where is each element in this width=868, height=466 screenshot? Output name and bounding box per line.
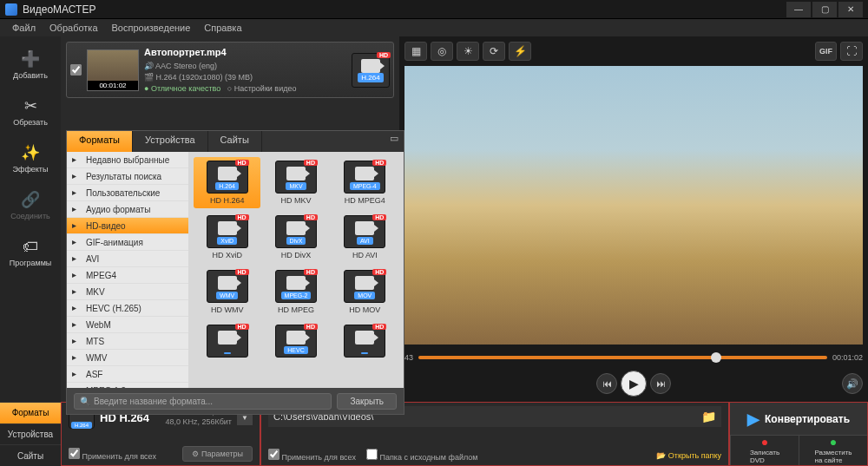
add-button[interactable]: ➕Добавить [4,43,56,85]
format-item[interactable]: HDAVIHD AVI [332,212,398,263]
format-item[interactable]: HD [332,321,398,364]
globe-icon: ● [830,436,837,449]
rotate-tool[interactable]: ⟳ [483,42,505,61]
trim-icon: ✂ [20,95,41,116]
hd-tag: HD [377,52,391,58]
format-grid: HDH.264HD H.264HDMKVHD MKVHDMPEG-4HD MPE… [188,152,404,388]
format-category[interactable]: ▸GIF-анимация [67,234,188,251]
open-folder-link[interactable]: 📂 Открыть папку [656,451,721,460]
preview-canvas[interactable] [404,66,863,345]
file-video: 🎬 H.264 (1920x1080) (39 MB) [144,72,346,83]
menu-bar: Файл Обработка Воспроизведение Справка [0,19,868,36]
minimize-button[interactable]: — [786,2,811,17]
publish-button[interactable]: ●Разместитьна сайте [799,435,867,465]
speed-tool[interactable]: ⚡ [509,42,531,61]
format-category[interactable]: ▸MPEG4 [67,267,188,284]
bottom-tab-devices[interactable]: Устройства [0,423,61,445]
file-thumbnail[interactable]: 00:01:02 [87,49,139,91]
maximize-button[interactable]: ▢ [812,2,837,17]
format-category[interactable]: ▸MTS [67,333,188,350]
format-category[interactable]: ▸AVI [67,251,188,267]
format-item[interactable]: HDWMVHD WMV [194,266,260,318]
programs-icon: 🏷 [20,236,41,257]
crop-tool[interactable]: ▦ [404,42,427,61]
close-button[interactable]: ✕ [838,2,863,17]
apply-all-path-checkbox[interactable]: Применить для всех [268,449,356,462]
format-item[interactable]: HDMPEG-2HD MPEG [262,266,329,318]
dvd-icon: ● [761,436,768,449]
file-quality: ● Отличное качество [144,84,220,93]
burn-dvd-button[interactable]: ●ЗаписатьDVD [730,435,799,465]
file-name: Автопортрет.mp4 [144,46,346,59]
file-format-badge[interactable]: HD H.264 [352,53,390,88]
convert-icon: ▶ [747,410,760,429]
format-item[interactable]: HDDivXHD DivX [262,212,329,263]
fp-tab-formats[interactable]: Форматы [67,131,133,152]
next-button[interactable]: ⏭ [650,373,671,394]
bottom-tab-formats[interactable]: Форматы [0,402,61,423]
format-item[interactable]: HDH.264HD H.264 [194,157,260,208]
format-category[interactable]: ▸ASF [67,366,188,383]
fullscreen-button[interactable]: ⛶ [840,42,863,61]
format-category[interactable]: ▸Аудио форматы [67,201,188,218]
format-category[interactable]: ▸HEVC (H.265) [67,300,188,317]
parameters-button[interactable]: ⚙Параметры [182,446,253,462]
volume-button[interactable]: 🔊 [842,373,863,394]
format-category[interactable]: ▸WebM [67,317,188,333]
snapshot-tool[interactable]: ◎ [431,42,453,61]
format-item[interactable]: HDHEVC [262,321,329,364]
format-category[interactable]: ▸WMV [67,350,188,366]
add-icon: ➕ [20,49,41,69]
thumbnail-time: 00:01:02 [88,81,138,90]
format-close-button[interactable]: Закрыть [337,393,397,410]
format-item[interactable]: HDXviDHD XviD [194,212,260,263]
format-category[interactable]: ▸Недавно выбранные [67,152,188,168]
format-categories: ▸Недавно выбранные▸Результаты поиска▸Пол… [67,152,188,388]
format-item[interactable]: HDMOVHD MOV [332,266,398,318]
format-category[interactable]: ▸Результаты поиска [67,168,188,185]
app-icon [5,3,17,16]
play-button[interactable]: ▶ [621,371,647,397]
file-audio: 🔊 AAC Stereo (eng) [144,61,346,72]
format-category[interactable]: ▸MKV [67,284,188,300]
format-item[interactable]: HDMPEG-4HD MPEG4 [332,157,398,208]
brightness-tool[interactable]: ☀ [457,42,479,61]
preview-duration: 00:01:02 [832,353,863,362]
search-icon: 🔍 [80,397,90,406]
format-search[interactable]: 🔍Введите название формата... [74,393,332,410]
format-category[interactable]: ▸Пользовательские [67,185,188,201]
format-item[interactable]: HDMKVHD MKV [262,157,329,208]
app-title: ВидеоМАСТЕР [23,3,95,16]
file-row[interactable]: 00:01:02 Автопортрет.mp4 🔊 AAC Stereo (e… [66,42,394,98]
apply-all-checkbox[interactable]: Применить для всех [69,448,156,461]
source-folder-checkbox[interactable]: Папка с исходным файлом [366,449,478,462]
prev-button[interactable]: ⏮ [596,373,617,394]
file-checkbox[interactable] [70,64,82,75]
menu-playback[interactable]: Воспроизведение [107,21,196,35]
gif-button[interactable]: GIF [815,42,837,61]
preview-position: 43 [404,353,413,362]
file-settings-link[interactable]: ○ Настройки видео [227,84,297,93]
effects-icon: ✨ [20,142,41,163]
format-category[interactable]: ▸HD-видео [67,218,188,234]
menu-edit[interactable]: Обработка [44,21,102,35]
effects-button[interactable]: ✨Эффекты [4,137,56,179]
actions-panel: ▶Конвертировать ●ЗаписатьDVD ●Разместить… [729,402,868,466]
gear-icon: ⚙ [192,450,199,458]
programs-button[interactable]: 🏷Программы [4,231,56,272]
seek-slider[interactable] [418,356,827,359]
camera-icon [361,59,380,73]
convert-button[interactable]: ▶Конвертировать [730,403,867,435]
fp-tab-sites[interactable]: Сайты [208,131,262,152]
format-item[interactable]: HD [194,321,260,364]
seek-knob[interactable] [711,352,721,363]
menu-file[interactable]: Файл [7,21,41,35]
join-button: 🔗Соединить [4,184,56,226]
menu-help[interactable]: Справка [199,21,247,35]
trim-button[interactable]: ✂Обрезать [4,90,56,132]
fp-tab-devices[interactable]: Устройства [133,131,208,152]
fp-collapse-icon[interactable]: ▭ [385,131,404,152]
bottom-tab-sites[interactable]: Сайты [0,444,61,466]
browse-folder-icon[interactable]: 📁 [701,410,716,423]
preview-panel: ▦ ◎ ☀ ⟳ ⚡ GIF ⛶ 43 00:01:02 ⏮ [399,36,868,402]
